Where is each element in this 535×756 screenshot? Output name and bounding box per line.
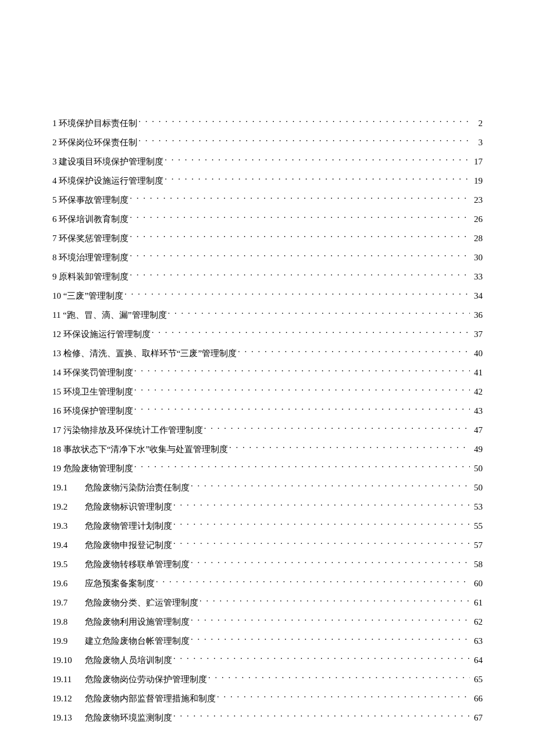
- toc-number: 19.9: [52, 634, 85, 648]
- toc-leader-dots: [191, 482, 470, 490]
- toc-leader-dots: [173, 712, 470, 721]
- toc-number: 19.12: [52, 691, 85, 705]
- toc-leader-dots: [173, 520, 470, 529]
- toc-page-number: 49: [471, 442, 483, 456]
- toc-entry[interactable]: 13 检修、清洗、置换、取样环节“三废”管理制度40: [52, 346, 483, 360]
- toc-label: 11 “跑、冒、滴、漏”管理制度: [52, 308, 167, 322]
- toc-entry[interactable]: 11 “跑、冒、滴、漏”管理制度36: [52, 308, 483, 322]
- toc-leader-dots: [191, 558, 470, 567]
- toc-leader-dots: [208, 673, 470, 682]
- toc-page-number: 2: [471, 116, 483, 130]
- toc-entry[interactable]: 19.4危险废物申报登记制度57: [52, 538, 483, 552]
- toc-leader-dots: [130, 232, 470, 241]
- toc-label: 17 污染物排放及环保统计工作管理制度: [52, 423, 203, 437]
- toc-label: 15 环境卫生管理制度: [52, 385, 133, 399]
- toc-label: 1 环境保护目标责任制: [52, 116, 137, 130]
- toc-leader-dots: [130, 271, 470, 280]
- toc-label: 16 环境保护管理制度: [52, 404, 133, 418]
- toc-entry[interactable]: 19.10危险废物人员培训制度64: [52, 653, 483, 667]
- toc-label: 危险废物污染防治责任制度: [85, 481, 190, 495]
- toc-label: 12 环保设施运行管理制度: [52, 327, 151, 341]
- toc-leader-dots: [199, 597, 470, 605]
- toc-leader-dots: [238, 347, 470, 356]
- toc-entry[interactable]: 9 原料装卸管理制度33: [52, 270, 483, 284]
- toc-page-number: 33: [471, 270, 483, 284]
- toc-leader-dots: [229, 443, 470, 452]
- toc-leader-dots: [134, 463, 470, 471]
- toc-label: 危险废物标识管理制度: [85, 500, 172, 514]
- toc-entry[interactable]: 8 环境治理管理制度30: [52, 250, 483, 264]
- toc-page-number: 40: [471, 346, 483, 360]
- toc-entry[interactable]: 19.5危险废物转移联单管理制度58: [52, 557, 483, 571]
- toc-entry[interactable]: 7 环保奖惩管理制度28: [52, 231, 483, 245]
- toc-page-number: 55: [471, 519, 483, 533]
- toc-entry[interactable]: 1 环境保护目标责任制2: [52, 116, 483, 130]
- toc-label: 10 “三废”管理制度: [52, 289, 123, 303]
- toc-page-number: 65: [471, 672, 483, 686]
- toc-entry[interactable]: 3 建设项目环境保护管理制度17: [52, 155, 483, 169]
- toc-leader-dots: [152, 328, 470, 337]
- toc-entry[interactable]: 19.2危险废物标识管理制度53: [52, 500, 483, 514]
- toc-leader-dots: [173, 501, 470, 510]
- toc-number: 19.6: [52, 576, 85, 590]
- toc-entry[interactable]: 19.11危险废物岗位劳动保护管理制度65: [52, 672, 483, 686]
- toc-page-number: 37: [471, 327, 483, 341]
- toc-label: 危险废物利用设施管理制度: [85, 615, 190, 629]
- toc-entry[interactable]: 12 环保设施运行管理制度37: [52, 327, 483, 341]
- toc-page-number: 67: [471, 711, 483, 725]
- toc-entry[interactable]: 6 环保培训教育制度26: [52, 212, 483, 226]
- toc-entry[interactable]: 19.6应急预案备案制度60: [52, 576, 483, 590]
- toc-page-number: 63: [471, 634, 483, 648]
- toc-entry[interactable]: 5 环保事故管理制度23: [52, 193, 483, 207]
- toc-label: 危险废物内部监督管理措施和制度: [85, 691, 216, 705]
- toc-leader-dots: [165, 175, 470, 184]
- toc-entry[interactable]: 19 危险废物管理制度50: [52, 461, 483, 475]
- toc-entry[interactable]: 19.1危险废物污染防治责任制度50: [52, 481, 483, 495]
- toc-leader-dots: [130, 194, 470, 203]
- toc-label: 9 原料装卸管理制度: [52, 270, 129, 284]
- toc-page-number: 26: [471, 212, 483, 226]
- toc-label: 13 检修、清洗、置换、取样环节“三废”管理制度: [52, 346, 237, 360]
- toc-label: 危险废物申报登记制度: [85, 538, 172, 552]
- toc-number: 19.11: [52, 672, 85, 686]
- toc-entry[interactable]: 17 污染物排放及环保统计工作管理制度47: [52, 423, 483, 437]
- toc-number: 19.8: [52, 615, 85, 629]
- toc-entry[interactable]: 14 环保奖罚管理制度41: [52, 366, 483, 379]
- toc-entry[interactable]: 19.12危险废物内部监督管理措施和制度66: [52, 691, 483, 705]
- toc-leader-dots: [130, 213, 470, 222]
- toc-label: 应急预案备案制度: [85, 576, 155, 590]
- toc-leader-dots: [138, 117, 470, 126]
- toc-label: 18 事故状态下“清净下水”收集与处置管理制度: [52, 442, 228, 456]
- toc-entry[interactable]: 19.7危险废物分类、贮运管理制度61: [52, 596, 483, 610]
- toc-entry[interactable]: 18 事故状态下“清净下水”收集与处置管理制度49: [52, 442, 483, 456]
- toc-page-number: 28: [471, 231, 483, 245]
- toc-leader-dots: [204, 424, 470, 433]
- toc-entry[interactable]: 4 环境保护设施运行管理制度19: [52, 174, 483, 188]
- toc-page-number: 42: [471, 385, 483, 399]
- toc-entry[interactable]: 15 环境卫生管理制度42: [52, 385, 483, 399]
- toc-label: 19 危险废物管理制度: [52, 461, 133, 475]
- toc-number: 19.2: [52, 500, 85, 514]
- toc-entry[interactable]: 10 “三废”管理制度34: [52, 289, 483, 303]
- toc-label: 危险废物转移联单管理制度: [85, 557, 190, 571]
- toc-entry[interactable]: 19.3危险废物管理计划制度55: [52, 519, 483, 533]
- toc-label: 8 环境治理管理制度: [52, 250, 129, 264]
- toc-entry[interactable]: 19.9建立危险废物台帐管理制度63: [52, 634, 483, 648]
- toc-entry[interactable]: 19.13危险废物环境监测制度67: [52, 711, 483, 725]
- toc-page-number: 50: [471, 461, 483, 475]
- toc-page-number: 66: [471, 691, 483, 705]
- toc-page-number: 19: [471, 174, 483, 188]
- toc-entry[interactable]: 2 环保岗位环保责任制3: [52, 135, 483, 149]
- toc-entry[interactable]: 16 环境保护管理制度43: [52, 404, 483, 418]
- toc-label: 7 环保奖惩管理制度: [52, 231, 129, 245]
- toc-number: 19.3: [52, 519, 85, 533]
- toc-label: 危险废物人员培训制度: [85, 653, 172, 667]
- toc-page-number: 23: [471, 193, 483, 207]
- toc-page-number: 3: [471, 135, 483, 149]
- toc-leader-dots: [191, 635, 470, 644]
- toc-entry[interactable]: 19.8危险废物利用设施管理制度62: [52, 615, 483, 629]
- toc-leader-dots: [165, 156, 470, 164]
- toc-leader-dots: [130, 252, 470, 260]
- toc-page-number: 43: [471, 404, 483, 418]
- toc-page-number: 62: [471, 615, 483, 629]
